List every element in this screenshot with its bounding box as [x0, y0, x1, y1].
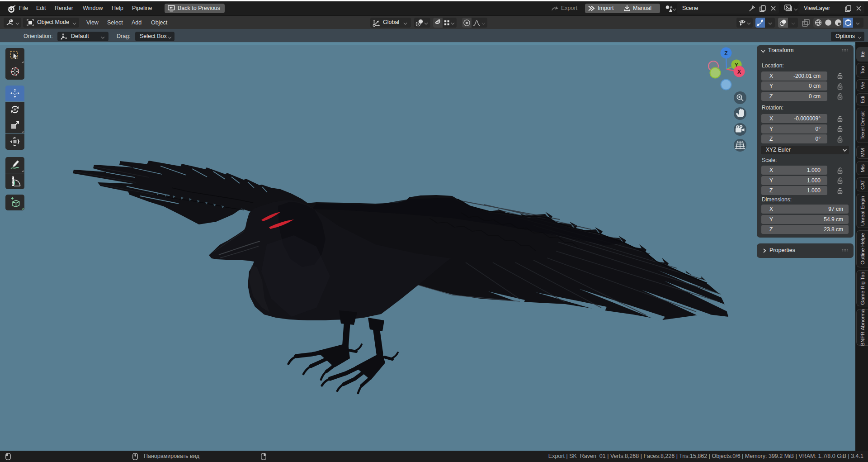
svg-text:X: X: [737, 69, 741, 75]
svg-text:Z: Z: [724, 50, 727, 57]
